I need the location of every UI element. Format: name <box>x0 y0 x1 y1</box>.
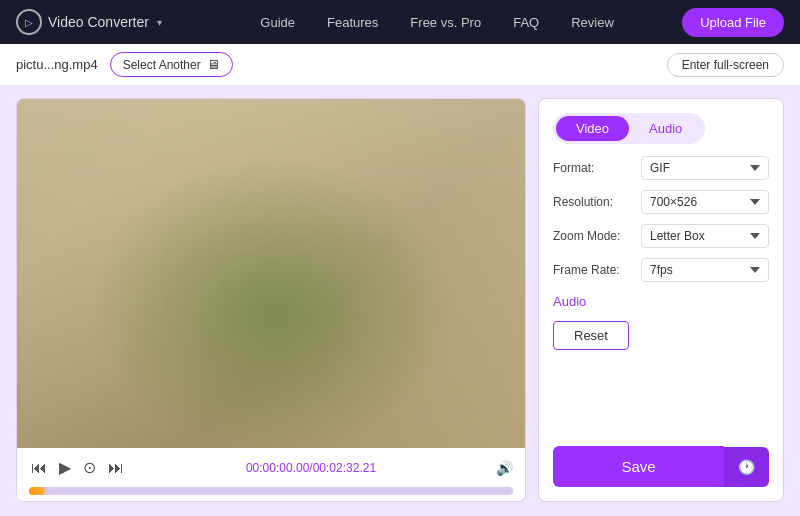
settings-panel: Video Audio Format: GIF Resolution: 700×… <box>538 98 784 502</box>
save-dropdown-button[interactable]: 🕐 <box>724 447 769 487</box>
format-fields: Format: GIF Resolution: 700×526 Zoom Mod… <box>553 156 769 282</box>
zoom-label: Zoom Mode: <box>553 229 633 243</box>
rewind-button[interactable]: ⏮ <box>29 457 49 479</box>
select-another-button[interactable]: Select Another 🖥 <box>110 52 233 77</box>
zoom-row: Zoom Mode: Letter Box <box>553 224 769 248</box>
audio-link[interactable]: Audio <box>553 294 769 309</box>
video-preview <box>17 99 525 448</box>
logo-area: ▷ Video Converter ▾ <box>16 9 162 35</box>
save-button[interactable]: Save <box>553 446 724 487</box>
logo-icon: ▷ <box>16 9 42 35</box>
top-navigation: ▷ Video Converter ▾ Guide Features Free … <box>0 0 800 44</box>
stop-button[interactable]: ⊙ <box>81 456 98 479</box>
format-label: Format: <box>553 161 633 175</box>
format-row: Format: GIF <box>553 156 769 180</box>
controls-row: ⏮ ▶ ⊙ ⏭ 00:00:00.00/00:02:32.21 🔊 <box>29 456 513 479</box>
format-select[interactable]: GIF <box>641 156 769 180</box>
nav-faq[interactable]: FAQ <box>513 15 539 30</box>
filename-label: pictu...ng.mp4 <box>16 57 98 72</box>
upload-file-button[interactable]: Upload File <box>682 8 784 37</box>
progress-fill <box>29 487 45 495</box>
nav-features[interactable]: Features <box>327 15 378 30</box>
select-another-label: Select Another <box>123 58 201 72</box>
nav-guide[interactable]: Guide <box>260 15 295 30</box>
nav-links: Guide Features Free vs. Pro FAQ Review <box>192 15 682 30</box>
app-title: Video Converter <box>48 14 149 30</box>
framerate-row: Frame Rate: 7fps <box>553 258 769 282</box>
forward-button[interactable]: ⏭ <box>106 457 126 479</box>
nav-review[interactable]: Review <box>571 15 614 30</box>
framerate-label: Frame Rate: <box>553 263 633 277</box>
video-overlay <box>17 99 525 448</box>
toolbar-left: pictu...ng.mp4 Select Another 🖥 <box>16 52 233 77</box>
reset-button[interactable]: Reset <box>553 321 629 350</box>
tab-video[interactable]: Video <box>556 116 629 141</box>
time-current: 00:00:00.00 <box>246 461 309 475</box>
monitor-icon: 🖥 <box>207 57 220 72</box>
resolution-row: Resolution: 700×526 <box>553 190 769 214</box>
logo-chevron-icon: ▾ <box>157 17 162 28</box>
toolbar: pictu...ng.mp4 Select Another 🖥 Enter fu… <box>0 44 800 86</box>
volume-icon[interactable]: 🔊 <box>496 460 513 476</box>
tab-bar: Video Audio <box>553 113 705 144</box>
main-content: ⏮ ▶ ⊙ ⏭ 00:00:00.00/00:02:32.21 🔊 Video … <box>0 86 800 514</box>
video-controls: ⏮ ▶ ⊙ ⏭ 00:00:00.00/00:02:32.21 🔊 <box>17 448 525 501</box>
save-dropdown-icon: 🕐 <box>738 459 755 475</box>
video-panel: ⏮ ▶ ⊙ ⏭ 00:00:00.00/00:02:32.21 🔊 <box>16 98 526 502</box>
zoom-select[interactable]: Letter Box <box>641 224 769 248</box>
time-total: 00:02:32.21 <box>313 461 376 475</box>
resolution-select[interactable]: 700×526 <box>641 190 769 214</box>
play-button[interactable]: ▶ <box>57 456 73 479</box>
resolution-label: Resolution: <box>553 195 633 209</box>
save-row: Save 🕐 <box>553 446 769 487</box>
framerate-select[interactable]: 7fps <box>641 258 769 282</box>
tab-audio[interactable]: Audio <box>629 116 702 141</box>
spacer <box>553 362 769 434</box>
progress-bar[interactable] <box>29 487 513 495</box>
nav-free-vs-pro[interactable]: Free vs. Pro <box>410 15 481 30</box>
time-display: 00:00:00.00/00:02:32.21 <box>134 461 488 475</box>
fullscreen-button[interactable]: Enter full-screen <box>667 53 784 77</box>
